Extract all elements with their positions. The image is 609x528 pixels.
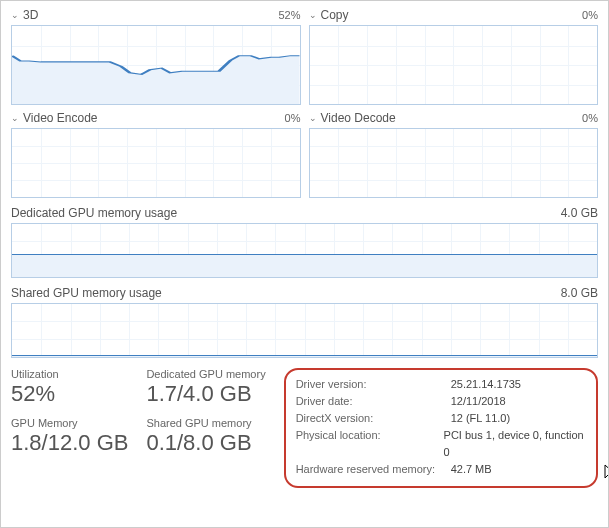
- panel-copy: ⌄ Copy 0%: [309, 6, 599, 105]
- cursor-icon: [604, 464, 609, 482]
- stat-gpu-memory: GPU Memory 1.8/12.0 GB: [11, 417, 128, 456]
- info-driver-date: Driver date: 12/11/2018: [296, 393, 586, 410]
- panel-copy-head[interactable]: ⌄ Copy 0%: [309, 6, 599, 25]
- panel-vdec-percent: 0%: [582, 112, 598, 124]
- chevron-down-icon: ⌄: [11, 113, 19, 123]
- stat-dedicated-label: Dedicated GPU memory: [146, 368, 265, 380]
- shared-title: Shared GPU memory usage: [11, 286, 162, 300]
- panel-vdec-title: Video Decode: [321, 111, 396, 125]
- chevron-down-icon: ⌄: [11, 10, 19, 20]
- panel-venc-head[interactable]: ⌄ Video Encode 0%: [11, 109, 301, 128]
- stat-utilization-label: Utilization: [11, 368, 128, 380]
- stat-gpu-memory-label: GPU Memory: [11, 417, 128, 429]
- chevron-down-icon: ⌄: [309, 10, 317, 20]
- chevron-down-icon: ⌄: [309, 113, 317, 123]
- stat-utilization-value: 52%: [11, 381, 128, 407]
- panel-video-decode: ⌄ Video Decode 0%: [309, 109, 599, 198]
- dedicated-head: Dedicated GPU memory usage 4.0 GB: [11, 198, 598, 223]
- panel-copy-title: Copy: [321, 8, 349, 22]
- panel-venc-title: Video Encode: [23, 111, 98, 125]
- stat-dedicated-value: 1.7/4.0 GB: [146, 381, 265, 407]
- stat-shared-label: Shared GPU memory: [146, 417, 265, 429]
- shared-max: 8.0 GB: [561, 286, 598, 300]
- panel-video-encode: ⌄ Video Encode 0%: [11, 109, 301, 198]
- dedicated-max: 4.0 GB: [561, 206, 598, 220]
- info-directx: DirectX version: 12 (FL 11.0): [296, 410, 586, 427]
- stat-gpu-memory-value: 1.8/12.0 GB: [11, 430, 128, 456]
- panel-3d-head[interactable]: ⌄ 3D 52%: [11, 6, 301, 25]
- info-physical-location: Physical location: PCI bus 1, device 0, …: [296, 427, 586, 461]
- stat-shared-value: 0.1/8.0 GB: [146, 430, 265, 456]
- driver-info-box: Driver version: 25.21.14.1735 Driver dat…: [284, 368, 598, 488]
- stat-utilization: Utilization 52%: [11, 368, 128, 407]
- shared-head: Shared GPU memory usage 8.0 GB: [11, 278, 598, 303]
- stat-dedicated: Dedicated GPU memory 1.7/4.0 GB: [146, 368, 265, 407]
- panel-copy-percent: 0%: [582, 9, 598, 21]
- panel-3d: ⌄ 3D 52%: [11, 6, 301, 105]
- chart-dedicated: [11, 223, 598, 278]
- panel-3d-title: 3D: [23, 8, 38, 22]
- stats-row: Utilization 52% GPU Memory 1.8/12.0 GB D…: [11, 368, 598, 488]
- dedicated-title: Dedicated GPU memory usage: [11, 206, 177, 220]
- stat-shared: Shared GPU memory 0.1/8.0 GB: [146, 417, 265, 456]
- panel-venc-percent: 0%: [285, 112, 301, 124]
- chart-copy: [309, 25, 599, 105]
- info-driver-version: Driver version: 25.21.14.1735: [296, 376, 586, 393]
- chart-shared: [11, 303, 598, 358]
- sparkline-3d: [12, 26, 300, 104]
- chart-video-encode: [11, 128, 301, 198]
- panel-3d-percent: 52%: [278, 9, 300, 21]
- chart-video-decode: [309, 128, 599, 198]
- info-reserved-memory: Hardware reserved memory: 42.7 MB: [296, 461, 586, 478]
- panel-vdec-head[interactable]: ⌄ Video Decode 0%: [309, 109, 599, 128]
- chart-3d: [11, 25, 301, 105]
